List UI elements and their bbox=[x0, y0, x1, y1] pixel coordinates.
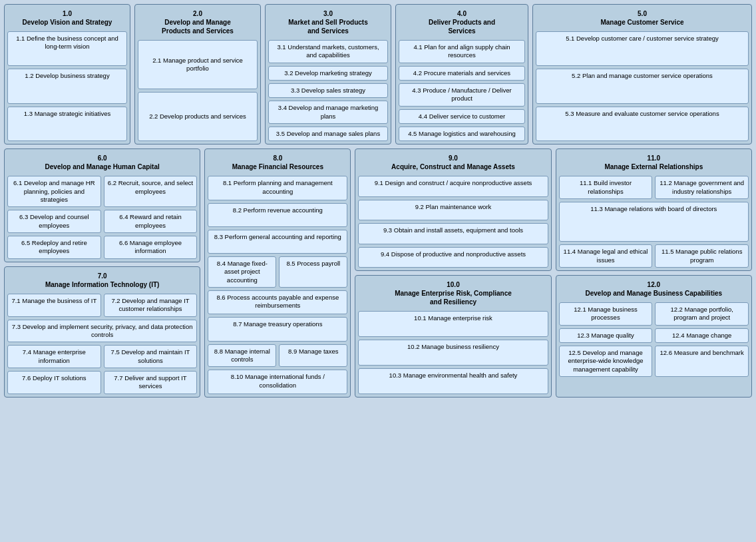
cat6-title: 6.0 Develop and Manage Human Capital bbox=[7, 152, 197, 173]
cat10-item-2: 10.2 Manage business resiliency bbox=[358, 340, 548, 366]
cat6-item-R2: 6.4 Reward and retain employees bbox=[104, 210, 198, 233]
cat12-item-L2: 12.3 Manage quality bbox=[559, 328, 653, 343]
category-5: 5.0 Manage Customer Service 5.1 Develop … bbox=[532, 4, 752, 144]
cat6-row2: 6.3 Develop and counsel employees 6.4 Re… bbox=[7, 210, 197, 233]
category-6: 6.0 Develop and Manage Human Capital 6.1… bbox=[4, 148, 200, 262]
cat7-item-full: 7.3 Develop and implement security, priv… bbox=[7, 320, 197, 343]
cat12-item-BR: 12.6 Measure and benchmark bbox=[655, 346, 749, 377]
cat6-item-L3: 6.5 Redeploy and retire employees bbox=[7, 236, 101, 259]
row-1: 1.0 Develop Vision and Strategy 1.1 Defi… bbox=[4, 4, 752, 144]
cat7-row3: 7.6 Deploy IT solutions 7.7 Deliver and … bbox=[7, 371, 197, 394]
cat11-item-R1: 11.2 Manage government and industry rela… bbox=[655, 176, 749, 199]
cat11-item-L1: 11.1 Build investor relationships bbox=[559, 176, 653, 199]
cat6-item-R3: 6.6 Manage employee information bbox=[104, 236, 198, 259]
cat7-title: 7.0 Manage Information Technology (IT) bbox=[7, 270, 197, 291]
cat12-row3: 12.5 Develop and manage enterprise-wide … bbox=[559, 346, 749, 377]
cat9-item-3: 9.3 Obtain and install assets, equipment… bbox=[358, 223, 548, 244]
category-10: 10.0 Manage Enterprise Risk, Compliance … bbox=[355, 275, 551, 398]
category-9: 9.0 Acquire, Construct and Manage Assets… bbox=[355, 148, 551, 271]
category-2: 2.0 Develop and Manage Products and Serv… bbox=[134, 4, 261, 144]
col-6-7: 6.0 Develop and Manage Human Capital 6.1… bbox=[4, 148, 200, 397]
cat10-item-1: 10.1 Manage enterprise risk bbox=[358, 311, 548, 337]
cat12-item-BL: 12.5 Develop and manage enterprise-wide … bbox=[559, 346, 653, 377]
cat11-title: 11.0 Manage External Relationships bbox=[559, 152, 749, 173]
cat7-item-L2: 7.4 Manage enterprise information bbox=[7, 345, 101, 368]
cat6-item-L2: 6.3 Develop and counsel employees bbox=[7, 210, 101, 233]
cat8-item-7L: 8.8 Manage internal controls bbox=[208, 344, 276, 368]
cat8-row7: 8.8 Manage internal controls 8.9 Manage … bbox=[208, 344, 347, 368]
cat12-item-L1: 12.1 Manage business processes bbox=[559, 302, 653, 326]
cat8-item-5: 8.6 Process accounts payable and expense… bbox=[208, 290, 347, 314]
cat8-item-2: 8.2 Perform revenue accounting bbox=[208, 203, 347, 227]
cat12-row1: 12.1 Manage business processes 12.2 Mana… bbox=[559, 302, 749, 326]
cat3-title: 3.0 Market and Sell Products and Service… bbox=[268, 7, 388, 37]
cat1-item-1: 1.1 Define the business concept and long… bbox=[7, 31, 127, 66]
cat3-item-3: 3.3 Develop sales strategy bbox=[268, 83, 388, 98]
cat7-item-R1: 7.2 Develop and manage IT customer relat… bbox=[104, 294, 198, 317]
cat9-item-1: 9.1 Design and construct / acquire nonpr… bbox=[358, 176, 548, 196]
cat2-item-1: 2.1 Manage product and service portfolio bbox=[138, 40, 258, 89]
cat5-item-1: 5.1 Develop customer care / customer ser… bbox=[536, 31, 749, 66]
cat3-item-1: 3.1 Understand markets, customers, and c… bbox=[268, 40, 388, 63]
category-3: 3.0 Market and Sell Products and Service… bbox=[265, 4, 391, 144]
category-8: 8.0 Manage Financial Resources 8.1 Perfo… bbox=[204, 148, 351, 397]
cat8-title: 8.0 Manage Financial Resources bbox=[208, 152, 347, 173]
cat7-row-top: 7.1 Manage the business of IT 7.2 Develo… bbox=[7, 294, 197, 317]
cat4-title: 4.0 Deliver Products and Services bbox=[399, 7, 525, 37]
cat10-item-3: 10.3 Manage environmental health and saf… bbox=[358, 368, 548, 394]
cat8-item-4L: 8.4 Manage fixed-asset project accountin… bbox=[208, 256, 276, 288]
cat8-item-4R: 8.5 Process payroll bbox=[279, 256, 347, 288]
cat9-item-4: 9.4 Dispose of productive and nonproduct… bbox=[358, 247, 548, 268]
cat9-item-2: 9.2 Plan maintenance work bbox=[358, 200, 548, 220]
cat6-item-L1: 6.1 Develop and manage HR planning, poli… bbox=[7, 176, 101, 207]
cat8-row4: 8.4 Manage fixed-asset project accountin… bbox=[208, 256, 347, 288]
category-7: 7.0 Manage Information Technology (IT) 7… bbox=[4, 266, 200, 398]
cat7-row2: 7.4 Manage enterprise information 7.5 De… bbox=[7, 345, 197, 368]
cat8-item-3: 8.3 Perform general accounting and repor… bbox=[208, 230, 347, 254]
cat12-title: 12.0 Develop and Manage Business Capabil… bbox=[559, 278, 749, 300]
col-9-10: 9.0 Acquire, Construct and Manage Assets… bbox=[355, 148, 551, 397]
row-2-3: 6.0 Develop and Manage Human Capital 6.1… bbox=[4, 148, 752, 397]
cat1-item-2: 1.2 Develop business strategy bbox=[7, 69, 127, 103]
cat4-item-3: 4.3 Produce / Manufacture / Deliver prod… bbox=[399, 83, 525, 107]
cat4-item-5: 4.5 Manage logistics and warehousing bbox=[399, 127, 525, 141]
cat12-item-R1: 12.2 Manage portfolio, program and proje… bbox=[655, 302, 749, 326]
category-12: 12.0 Develop and Manage Business Capabil… bbox=[556, 275, 752, 398]
col-11-12: 11.0 Manage External Relationships 11.1 … bbox=[556, 148, 752, 397]
cat1-item-3: 1.3 Manage strategic initiatives bbox=[7, 107, 127, 141]
cat11-item-L2: 11.4 Manage legal and ethical issues bbox=[559, 244, 653, 268]
category-11: 11.0 Manage External Relationships 11.1 … bbox=[556, 148, 752, 271]
cat8-item-6: 8.7 Manage treasury operations bbox=[208, 317, 347, 341]
cat5-item-3: 5.3 Measure and evaluate customer servic… bbox=[536, 107, 749, 141]
cat2-title: 2.0 Develop and Manage Products and Serv… bbox=[138, 7, 258, 37]
cat4-item-4: 4.4 Deliver service to customer bbox=[399, 109, 525, 124]
cat6-row3: 6.5 Redeploy and retire employees 6.6 Ma… bbox=[7, 236, 197, 259]
cat3-item-5: 3.5 Develop and manage sales plans bbox=[268, 127, 388, 141]
cat11-row2: 11.4 Manage legal and ethical issues 11.… bbox=[559, 244, 749, 268]
cat7-item-L1: 7.1 Manage the business of IT bbox=[7, 294, 101, 317]
cat7-item-L3: 7.6 Deploy IT solutions bbox=[7, 371, 101, 394]
cat8-item-7R: 8.9 Manage taxes bbox=[279, 344, 347, 368]
cat8-item-8: 8.10 Manage international funds / consol… bbox=[208, 370, 347, 394]
category-1: 1.0 Develop Vision and Strategy 1.1 Defi… bbox=[4, 4, 130, 144]
category-4: 4.0 Deliver Products and Services 4.1 Pl… bbox=[395, 4, 528, 144]
cat4-item-2: 4.2 Procure materials and services bbox=[399, 66, 525, 81]
cat6-item-R1: 6.2 Recruit, source, and select employee… bbox=[104, 176, 198, 207]
cat11-item-full: 11.3 Manage relations with board of dire… bbox=[559, 202, 749, 242]
cat6-row1: 6.1 Develop and manage HR planning, poli… bbox=[7, 176, 197, 207]
cat10-title: 10.0 Manage Enterprise Risk, Compliance … bbox=[358, 278, 548, 308]
cat2-item-2: 2.2 Develop products and services bbox=[138, 92, 258, 141]
cat7-item-R3: 7.7 Deliver and support IT services bbox=[104, 371, 198, 394]
cat3-item-4: 3.4 Develop and manage marketing plans bbox=[268, 101, 388, 124]
cat5-item-2: 5.2 Plan and manage customer service ope… bbox=[536, 69, 749, 103]
cat5-title: 5.0 Manage Customer Service bbox=[536, 7, 749, 29]
cat12-row2: 12.3 Manage quality 12.4 Manage change bbox=[559, 328, 749, 343]
cat8-item-1: 8.1 Perform planning and management acco… bbox=[208, 176, 347, 200]
cat1-title: 1.0 Develop Vision and Strategy bbox=[7, 7, 127, 29]
cat9-title: 9.0 Acquire, Construct and Manage Assets bbox=[358, 152, 548, 173]
cat12-item-R2: 12.4 Manage change bbox=[655, 328, 749, 343]
cat11-row1: 11.1 Build investor relationships 11.2 M… bbox=[559, 176, 749, 199]
cat4-item-1: 4.1 Plan for and align supply chain reso… bbox=[399, 40, 525, 63]
main-grid: 1.0 Develop Vision and Strategy 1.1 Defi… bbox=[4, 4, 752, 398]
cat3-item-2: 3.2 Develop marketing strategy bbox=[268, 66, 388, 81]
